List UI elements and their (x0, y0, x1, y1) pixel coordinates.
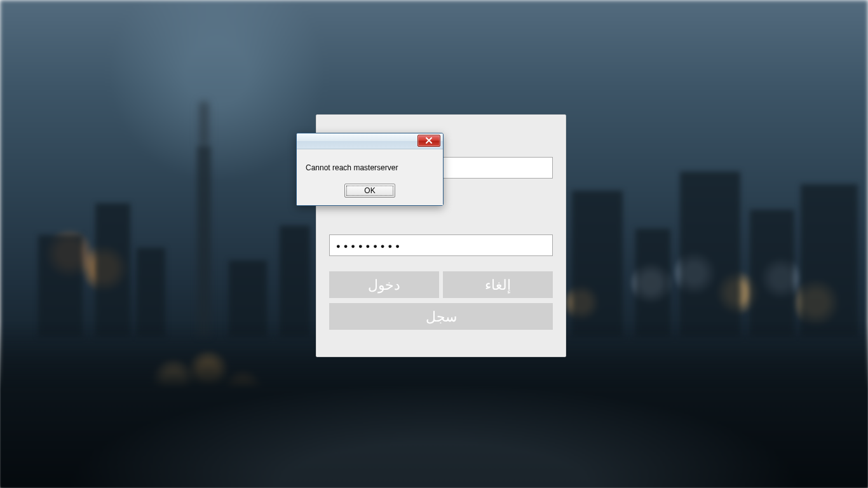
close-button[interactable] (417, 135, 440, 147)
dialog-message: Cannot reach masterserver (297, 149, 443, 180)
error-dialog: Cannot reach masterserver OK (296, 133, 444, 206)
ok-button[interactable]: OK (344, 184, 395, 198)
login-button[interactable]: دخول (329, 271, 439, 298)
cancel-button[interactable]: إلغاء (443, 271, 553, 298)
password-field[interactable]: ●●●●●●●●● (329, 234, 553, 256)
register-button[interactable]: سجل (329, 303, 553, 330)
close-icon (425, 137, 433, 144)
dialog-footer: OK (297, 180, 443, 205)
dialog-titlebar[interactable] (297, 133, 443, 149)
